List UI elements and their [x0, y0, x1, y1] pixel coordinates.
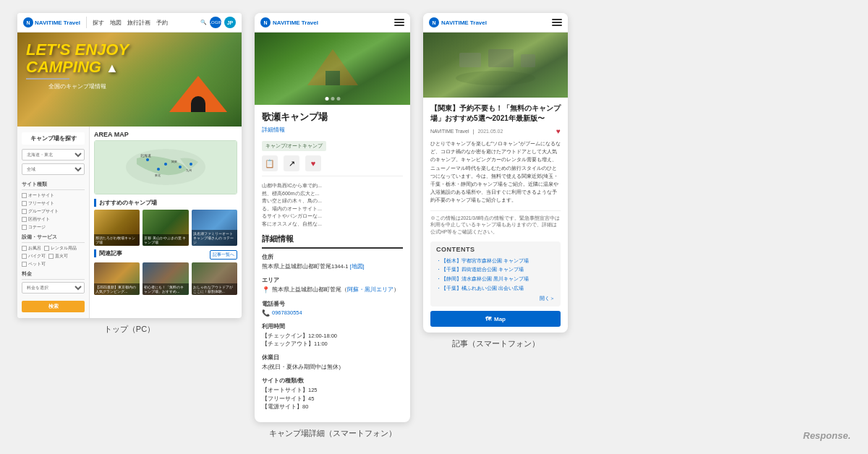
phone2-contents-item-0[interactable]: ・【栃木】宇都宮市森林公園 キャンプ場 — [436, 257, 555, 266]
phone1-area-link[interactable]: 阿蘇・黒川エリア — [347, 286, 393, 293]
phone2-article-note: ※この情報は2021/3/8時点の情報です。緊急事態宣言中は利用を中止しているキ… — [430, 210, 561, 236]
pc-camp-card-title-1: 京都 美山かやぶきの里 キャンプ場 — [142, 234, 188, 246]
phone1-mockup: N NAVITIME Travel — [255, 13, 410, 439]
phone1-hamburger[interactable] — [394, 19, 404, 26]
pc-rental-label: レンタル用品 — [51, 245, 77, 252]
pc-login-btn[interactable]: LOGIN — [210, 17, 221, 28]
phone1-share-icon[interactable]: ↗ — [284, 155, 299, 171]
phone1-detail-section-title: 詳細情報 — [262, 234, 403, 249]
svg-rect-14 — [521, 54, 535, 67]
pc-search-button[interactable]: 検索 — [22, 301, 85, 312]
pc-article-title-1: 初心者にも！「無料のキャンプ場」おすすめ... — [142, 283, 188, 295]
pc-article-card-1[interactable]: 初心者にも！「無料のキャンプ場」おすすめ... — [142, 262, 188, 295]
pc-mockup: N NAVITIME Travel 探す 地図 旅行計画 予約 🔍 LOGIN … — [17, 13, 242, 335]
pc-related-header: 関連記事 記事一覧へ — [94, 249, 237, 260]
pc-recommend-section: おすすめのキャンプ場 那須たろがわ牧場キャンプ場 京都 美山かやぶきの里 キャン… — [94, 199, 237, 246]
phone1-bookmark-icon[interactable]: 📋 — [262, 155, 278, 171]
phone2-hamburger[interactable] — [552, 19, 562, 26]
phone2-contents-title: CONTENTS — [436, 246, 555, 253]
phone1-dot-1[interactable] — [325, 97, 328, 100]
pc-cottage-label: コテージ — [28, 224, 46, 231]
pc-article-card-2[interactable]: おしゃれなアウトドアがここに！薪割体験... — [192, 262, 237, 295]
pc-hero-subtitle: 全国のキャンプ場情報 — [26, 82, 129, 90]
pc-map-container[interactable]: 北海道 東北 関東 九州 — [94, 140, 237, 194]
pc-recommend-title: おすすめのキャンプ場 — [94, 199, 237, 207]
pc-area-map-title: AREA MAP — [94, 131, 237, 138]
phone2-window: N NAVITIME Travel — [423, 13, 568, 333]
phone2-navbar: N NAVITIME Travel — [423, 13, 568, 33]
phone1-map-link[interactable]: [地図] — [349, 263, 364, 270]
pc-prefecture-select[interactable]: 北海道・東北 — [22, 149, 85, 160]
phone2-logo-text: NAVITIME Travel — [441, 20, 487, 26]
phone1-dot-3[interactable] — [336, 97, 340, 100]
phone1-area-row: エリア 📍 熊本県上益城郡山都町菅尾（阿蘇・黒川エリア） — [262, 276, 403, 294]
pc-hero-tent-area — [169, 76, 227, 119]
pc-area-select[interactable]: 全域 — [22, 163, 85, 175]
phone2-contents-section: CONTENTS ・【栃木】宇都宮市森林公園 キャンプ場 ・【千葉】四街道総合公… — [430, 241, 561, 307]
phone1-address-label: 住所 — [262, 253, 403, 261]
pc-checkbox-autosite: オートサイト — [22, 192, 85, 199]
pc-checkbox-fire-box[interactable] — [48, 254, 54, 259]
tent-shape — [169, 76, 227, 112]
pc-checkbox-blocksite-box[interactable] — [22, 217, 27, 222]
pc-checkbox-bath-box[interactable] — [22, 246, 27, 251]
pc-nav-item-map[interactable]: 地図 — [110, 19, 122, 27]
phone1-phone-value-row: 📞 0967830554 — [262, 309, 403, 317]
pc-nav-right: 🔍 LOGIN JP — [200, 17, 236, 28]
pc-article-card-0[interactable]: 【2021最新】東京都内の人気グランピング... — [94, 262, 140, 295]
svg-text:東北: 東北 — [155, 174, 161, 177]
phone2-article-meta: NAVITIME Travel | 2021.05.02 ♥ — [430, 127, 561, 135]
pc-checkbox-cottage-box[interactable] — [22, 225, 27, 230]
phone1-hours-value: 【チェックイン】12:00-18:00【チェックアウト】11:00 — [262, 332, 403, 348]
pc-camp-card-2[interactable]: 浜名湖ファミリーオートキャンプ場さんの コテージ — [192, 210, 237, 246]
hamburger-line-1 — [394, 19, 404, 20]
pc-lang-btn[interactable]: JP — [224, 17, 236, 28]
phone1-phone-number[interactable]: 0967830554 — [272, 309, 302, 316]
hamburger-line-2 — [394, 22, 404, 23]
phone2-contents-item-3[interactable]: ・【千葉】橘ふれあい公園 出会い広場 — [436, 284, 555, 294]
tent-visual — [169, 76, 227, 112]
phone2-heart-icon[interactable]: ♥ — [556, 127, 561, 135]
phone1-site-label: サイトの種類/数 — [262, 377, 403, 385]
pc-nav-item-explore[interactable]: 探す — [93, 19, 104, 27]
pc-checkbox-autosite-box[interactable] — [22, 193, 27, 198]
phone1-holiday-value: 木(祝日・夏休み期間中は無休) — [262, 363, 403, 371]
pc-checkbox-groupsite-box[interactable] — [22, 209, 27, 214]
phone1-detail-link[interactable]: 詳細情報 — [262, 126, 403, 134]
pc-freesite-label: フリーサイト — [28, 200, 54, 207]
phone2-map-button[interactable]: 🗺 Map — [430, 311, 561, 327]
phone2-logo-icon: N — [429, 17, 439, 27]
pc-camp-card-1[interactable]: 京都 美山かやぶきの里 キャンプ場 — [142, 210, 188, 246]
svg-rect-13 — [488, 49, 514, 67]
svg-text:関東: 関東 — [171, 160, 177, 163]
hero-tent-decoration — [304, 46, 362, 92]
pc-camp-card-0[interactable]: 那須たろがわ牧場キャンプ場 — [94, 210, 140, 246]
phone1-tag: キャンプ/オートキャンプ — [262, 141, 326, 151]
phone2-contents-item-2[interactable]: ・【静岡】清水森林公園 黒川キャンプ場 — [436, 275, 555, 284]
pc-checkbox-rental-box[interactable] — [44, 246, 49, 251]
phone1-hours-row: 利用時間 【チェックイン】12:00-18:00【チェックアウト】11:00 — [262, 322, 403, 348]
pc-price-select[interactable]: 料金を選択 — [22, 282, 85, 294]
pc-checkbox-pet-box[interactable] — [22, 262, 27, 267]
tent-door — [191, 96, 205, 112]
phone2-hiraku-link[interactable]: 開く＞ — [436, 295, 555, 302]
pc-more-link[interactable]: 記事一覧へ — [210, 250, 237, 260]
svg-text:北海道: 北海道 — [140, 153, 151, 158]
pc-nav-item-booking[interactable]: 予約 — [156, 19, 168, 27]
pc-nav-divider — [86, 17, 87, 28]
pc-nav-item-plan[interactable]: 旅行計画 — [127, 19, 150, 27]
pc-checkbox-bike-box[interactable] — [22, 254, 27, 259]
phone1-heart-icon[interactable]: ♥ — [305, 155, 321, 171]
phone1-area-value: 熊本県上益城郡山都町菅尾（阿蘇・黒川エリア） — [272, 286, 399, 294]
pc-logo-text: NAVITIME Travel — [35, 20, 80, 26]
pc-service-label: 設備・サービス — [22, 234, 85, 243]
phone2-map-label: Map — [494, 316, 506, 322]
pc-checkbox-groupsite: グループサイト — [22, 208, 85, 215]
phone1-dot-2[interactable] — [331, 97, 334, 100]
pc-camp-card-title-2: 浜名湖ファミリーオートキャンプ場さんの コテージ — [192, 230, 237, 246]
phone1-hero-image — [255, 33, 410, 105]
pc-hero: LET'S ENJOY CAMPING ▲ 全国のキャンプ場情報 — [17, 33, 242, 127]
pc-checkbox-freesite-box[interactable] — [22, 201, 27, 206]
phone2-contents-item-1[interactable]: ・【千葉】四街道総合公園 キャンプ場 — [436, 265, 555, 275]
pc-search-icon[interactable]: 🔍 — [200, 20, 207, 25]
